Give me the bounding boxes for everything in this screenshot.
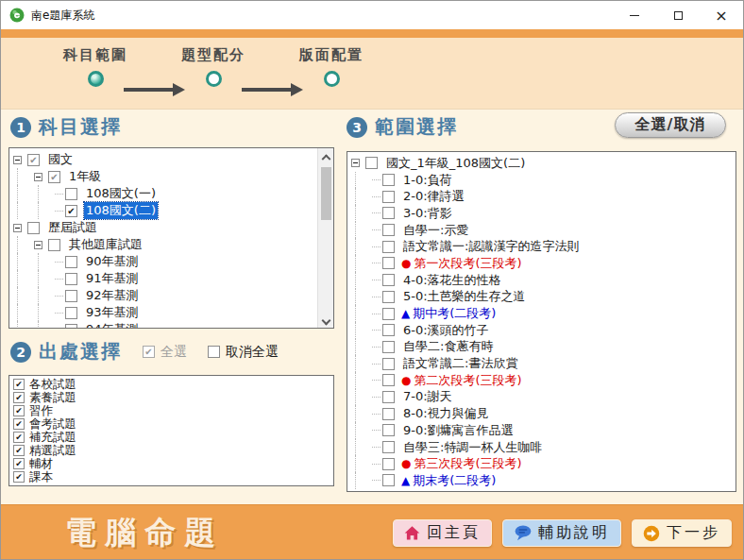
item-checkbox[interactable] [65, 188, 77, 200]
item-checkbox[interactable] [382, 308, 395, 320]
range-tree-item[interactable]: ▲期中考(二段考) [351, 305, 734, 322]
range-tree-item[interactable]: 國文_1年級_108國文(二) [351, 155, 734, 172]
range-tree-item[interactable]: 4-0:落花生的性格 [351, 272, 734, 289]
range-tree-item[interactable]: ●第二次段考(三段考) [351, 372, 734, 389]
item-checkbox[interactable] [382, 441, 395, 453]
item-checkbox[interactable] [65, 290, 77, 302]
item-checkbox[interactable]: ✔ [13, 445, 25, 456]
item-checkbox[interactable]: ✔ [13, 392, 25, 403]
item-checkbox[interactable]: ✔ [13, 471, 25, 483]
step-1[interactable]: 科目範圍 [63, 46, 127, 87]
item-checkbox[interactable]: ✔ [13, 379, 25, 390]
select-all-checkbox[interactable]: ✔ 全選 [143, 344, 187, 361]
item-checkbox[interactable] [382, 424, 395, 436]
subject-tree-item[interactable]: ✔108國文(二) [13, 202, 314, 219]
tree-indent [355, 305, 372, 322]
item-checkbox[interactable] [27, 222, 40, 234]
range-tree-item[interactable]: 1-0:負荷 [351, 172, 734, 189]
subject-tree-item[interactable]: 90年基測 [13, 253, 314, 270]
item-checkbox[interactable] [382, 291, 395, 303]
item-checkbox[interactable] [65, 324, 77, 330]
item-checkbox[interactable]: ✔ [13, 405, 25, 416]
range-tree-item[interactable]: 2-0:律詩選 [351, 188, 734, 205]
range-tree-item[interactable]: 9-0:劉墉寓言作品選 [351, 422, 734, 439]
scroll-down-icon[interactable] [318, 313, 333, 328]
scroll-up-icon[interactable] [318, 148, 333, 163]
range-tree-item[interactable]: 5-0:土芭樂的生存之道 [351, 289, 734, 306]
item-checkbox[interactable] [382, 324, 395, 336]
help-button[interactable]: 輔助說明 [502, 519, 621, 547]
range-tree-item[interactable]: 3-0:背影 [351, 205, 734, 222]
vertical-scrollbar[interactable] [317, 148, 333, 328]
item-checkbox[interactable] [65, 307, 77, 319]
step-3[interactable]: 版面配置 [299, 46, 364, 87]
item-checkbox[interactable] [382, 358, 395, 370]
item-checkbox[interactable] [382, 174, 395, 186]
item-checkbox[interactable] [382, 191, 395, 203]
source-list-item[interactable]: ✔精選試題 [13, 444, 331, 457]
step-2[interactable]: 題型配分 [181, 46, 245, 87]
range-tree-item[interactable]: 6-0:溪頭的竹子 [351, 322, 734, 339]
subject-tree-item[interactable]: 其他題庫試題 [13, 236, 314, 253]
range-tree-item[interactable]: 自學一:示愛 [351, 222, 734, 239]
item-checkbox[interactable] [382, 458, 395, 470]
item-checkbox[interactable]: ✔ [65, 205, 77, 217]
close-button[interactable]: × [700, 1, 743, 29]
range-tree-item[interactable]: ●第一次段考(三段考) [351, 255, 734, 272]
step-label: 題型配分 [181, 46, 245, 64]
tree-item-label: 8-0:視力與偏見 [401, 405, 491, 422]
range-tree-item[interactable]: 7-0:謝天 [351, 389, 734, 406]
item-checkbox[interactable]: ✔ [48, 171, 60, 183]
item-checkbox[interactable] [65, 273, 77, 285]
item-checkbox[interactable] [382, 408, 395, 420]
item-checkbox[interactable] [382, 374, 395, 386]
item-checkbox[interactable]: ✔ [13, 432, 25, 443]
item-checkbox[interactable] [382, 207, 395, 219]
item-checkbox[interactable] [382, 224, 395, 236]
item-checkbox[interactable] [65, 256, 77, 268]
minimize-button[interactable] [613, 1, 656, 29]
subject-tree-item[interactable]: 94年基測 [13, 321, 314, 329]
subject-tree-item[interactable]: 93年基測 [13, 304, 314, 321]
collapse-toggle-icon[interactable] [13, 224, 22, 232]
item-checkbox[interactable]: ✔ [27, 154, 40, 166]
collapse-toggle-icon[interactable] [13, 156, 22, 164]
range-tree-item[interactable]: ●第三次段考(三段考) [351, 455, 734, 472]
item-checkbox[interactable]: ✔ [13, 458, 25, 469]
tree-indent [355, 439, 372, 456]
range-tree-item[interactable]: 8-0:視力與偏見 [351, 405, 734, 422]
item-checkbox[interactable]: ✔ [13, 418, 25, 430]
collapse-toggle-icon[interactable] [34, 241, 42, 249]
subject-tree-item[interactable]: 歷屆試題 [13, 219, 314, 236]
deselect-all-checkbox[interactable]: 取消全選 [208, 344, 279, 361]
subject-tree-item[interactable]: 108國文(一) [13, 185, 314, 202]
item-checkbox[interactable] [382, 274, 395, 286]
collapse-toggle-icon[interactable] [34, 173, 42, 181]
home-button[interactable]: 回主頁 [393, 519, 492, 547]
subject-tree-item[interactable]: 92年基測 [13, 287, 314, 304]
range-tree-item[interactable]: 語文常識二:書法欣賞 [351, 355, 734, 372]
item-checkbox[interactable] [382, 241, 395, 253]
tree-connector [372, 280, 380, 280]
range-tree-item[interactable]: 語文常識一:認識漢字的造字法則 [351, 238, 734, 255]
range-tree-item[interactable]: 自學三:特調一杯人生咖啡 [351, 439, 734, 456]
range-tree-item[interactable]: 自學二:食蔥有時 [351, 339, 734, 356]
next-step-button[interactable]: 下一步 [632, 519, 732, 547]
select-toggle-button[interactable]: 全選/取消 [615, 112, 726, 138]
source-list-item[interactable]: ✔課本 [13, 470, 331, 484]
item-checkbox[interactable] [365, 157, 378, 169]
item-checkbox[interactable] [48, 239, 60, 251]
subject-tree-item[interactable]: 91年基測 [13, 270, 314, 287]
item-checkbox[interactable] [382, 257, 395, 269]
collapse-toggle-icon[interactable] [351, 159, 360, 167]
subject-tree-item[interactable]: ✔1年級 [13, 168, 314, 185]
range-tree-item[interactable]: ▲期末考(二段考) [351, 472, 734, 489]
subject-tree-item[interactable]: ✔國文 [13, 151, 314, 168]
source-list-item[interactable]: ✔素養試題 [13, 391, 331, 404]
maximize-button[interactable] [656, 1, 700, 29]
scrollbar-thumb[interactable] [321, 167, 331, 220]
item-checkbox[interactable] [382, 391, 395, 403]
source-list-item[interactable]: ✔輔材 [13, 457, 331, 470]
item-checkbox[interactable] [382, 474, 395, 486]
item-checkbox[interactable] [382, 341, 395, 353]
